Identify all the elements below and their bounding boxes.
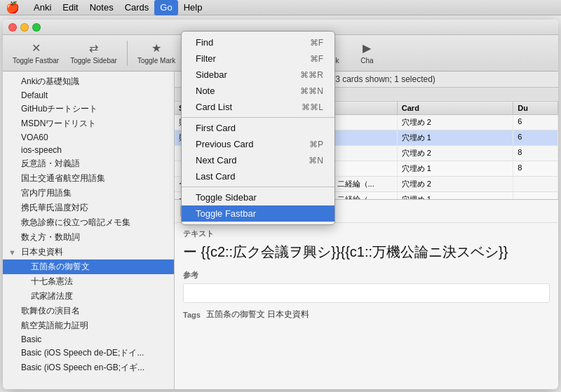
- toggle-fastbar-label: Toggle Fastbar: [13, 57, 59, 65]
- fullscreen-button[interactable]: [32, 23, 41, 32]
- tags-label: Tags: [183, 311, 201, 319]
- note-content: テキスト ー {{c2::広ク会議ヲ興シ}}{{c1::万機公論ニ決スベシ}} …: [175, 223, 558, 389]
- toggle-mark-button[interactable]: ★ Toggle Mark: [133, 38, 180, 69]
- go-menu-item-7[interactable]: Next Card⌘N: [182, 152, 334, 168]
- go-menu-item-0[interactable]: Find⌘F: [182, 34, 334, 50]
- sidebar-item-18[interactable]: Basic: [3, 333, 174, 346]
- td-due-5: [513, 192, 558, 200]
- note-text: ー {{c2::広ク会議ヲ興シ}}{{c1::万機公論ニ決スベシ}}: [183, 242, 550, 262]
- sidebar-item-icon-12: ▼: [8, 248, 18, 257]
- go-menu-item-label-0: Find: [196, 37, 213, 48]
- go-menu-item-label-2: Sidebar: [196, 69, 227, 80]
- toggle-fastbar-button[interactable]: ✕ Toggle Fastbar: [8, 38, 63, 69]
- go-menu-item-label-3: Note: [196, 86, 215, 96]
- go-menu-item-1[interactable]: Filter⌘F: [182, 50, 334, 67]
- go-menu-item-6[interactable]: Previous Card⌘P: [182, 136, 334, 152]
- go-menu-item-shortcut-2: ⌘⌘R: [300, 70, 323, 80]
- go-menu-item-shortcut-4: ⌘⌘L: [302, 102, 323, 112]
- close-button[interactable]: [8, 23, 17, 32]
- menu-help[interactable]: Help: [178, 0, 208, 15]
- sidebar-item-label-19: Basic (iOS Speech de-DE;ドイ...: [21, 347, 144, 359]
- toggle-mark-label: Toggle Mark: [137, 57, 175, 65]
- sidebar-item-label-9: 携氏華氏温度対応: [21, 202, 88, 214]
- go-menu-item-label-6: Previous Card: [196, 139, 253, 149]
- text-label: テキスト: [183, 229, 550, 239]
- star-icon: ★: [151, 41, 161, 55]
- menubar: 🍎 Anki Edit Notes Cards Go Help: [0, 0, 561, 15]
- td-due-1: 6: [513, 130, 558, 145]
- menu-go[interactable]: Go: [154, 0, 177, 15]
- sidebar-item-label-6: 反意語・対義語: [21, 158, 80, 170]
- go-menu-item-shortcut-1: ⌘F: [310, 54, 323, 64]
- menu-notes[interactable]: Notes: [84, 0, 119, 15]
- td-card-5: 穴埋め 1: [398, 192, 513, 200]
- menu-cards[interactable]: Cards: [119, 0, 155, 15]
- sidebar-item-label-16: 歌舞伎の演目名: [21, 305, 80, 317]
- sidebar-item-label-0: Ankiの基礎知識: [21, 76, 79, 88]
- play-icon: ▶: [363, 41, 371, 55]
- go-menu-item-label-1: Filter: [196, 53, 216, 64]
- sidebar-item-14[interactable]: 十七条憲法: [3, 274, 174, 289]
- sidebar: Ankiの基礎知識DefaultGitHubチートシートMSDNワードリストVO…: [3, 72, 175, 389]
- sidebar-item-1[interactable]: Default: [3, 89, 174, 102]
- sidebar-item-label-18: Basic: [21, 334, 41, 344]
- apple-menu[interactable]: 🍎: [6, 1, 20, 14]
- sidebar-item-11[interactable]: 数え方・数助詞: [3, 230, 174, 245]
- td-due-4: [513, 177, 558, 191]
- sidebar-item-12[interactable]: ▼日本史資料: [3, 245, 174, 259]
- sidebar-item-13[interactable]: 五箇条の御誓文: [3, 259, 174, 274]
- sidebar-item-15[interactable]: 武家諸法度: [3, 289, 174, 304]
- go-menu-item-2[interactable]: Sidebar⌘⌘R: [182, 67, 334, 83]
- sidebar-item-9[interactable]: 携氏華氏温度対応: [3, 201, 174, 215]
- card-header[interactable]: Card: [398, 102, 513, 114]
- sidebar-item-label-2: GitHubチートシート: [21, 103, 97, 115]
- menu-edit[interactable]: Edit: [57, 0, 83, 15]
- sidebar-item-2[interactable]: GitHubチートシート: [3, 102, 174, 116]
- go-menu-item-5[interactable]: First Card: [182, 120, 334, 136]
- sidebar-item-label-10: 救急診療に役立つ暗記メモ集: [21, 217, 130, 229]
- sidebar-item-6[interactable]: 反意語・対義語: [3, 156, 174, 171]
- sidebar-item-label-13: 五箇条の御誓文: [31, 261, 90, 273]
- sidebar-item-8[interactable]: 宮内庁用語集: [3, 186, 174, 201]
- sidebar-item-10[interactable]: 救急診療に役立つ暗記メモ集: [3, 215, 174, 230]
- minimize-button[interactable]: [20, 23, 29, 32]
- go-menu-item-label-7: Next Card: [196, 155, 237, 165]
- td-due-3: 8: [513, 161, 558, 176]
- go-menu-item-10[interactable]: Toggle Fastbar: [182, 205, 334, 222]
- go-menu: Find⌘FFilter⌘FSidebar⌘⌘RNote⌘⌘NCard List…: [181, 31, 335, 225]
- go-menu-item-label-4: Card List: [196, 102, 232, 112]
- td-due-0: 6: [513, 115, 558, 130]
- sidebar-item-20[interactable]: Basic (iOS Speech en-GB;イギ...: [3, 360, 174, 375]
- due-header[interactable]: Du: [513, 102, 558, 114]
- sidebar-item-16[interactable]: 歌舞伎の演目名: [3, 304, 174, 318]
- x-icon: ✕: [32, 41, 41, 55]
- toolbar-separator-1: [127, 41, 128, 66]
- go-menu-item-9[interactable]: Toggle Sidebar: [182, 189, 334, 205]
- sidebar-item-0[interactable]: Ankiの基礎知識: [3, 74, 174, 89]
- sidebar-item-4[interactable]: VOA60: [3, 131, 174, 144]
- go-menu-item-3[interactable]: Note⌘⌘N: [182, 83, 334, 99]
- td-card-4: 穴埋め 2: [398, 177, 513, 191]
- go-menu-item-4[interactable]: Card List⌘⌘L: [182, 99, 334, 115]
- sidebar-item-19[interactable]: Basic (iOS Speech de-DE;ドイ...: [3, 346, 174, 360]
- sidebar-item-3[interactable]: MSDNワードリスト: [3, 116, 174, 131]
- go-menu-item-shortcut-7: ⌘N: [309, 156, 323, 165]
- sidebar-item-label-4: VOA60: [21, 133, 48, 142]
- sidebar-item-17[interactable]: 航空英語能力証明: [3, 318, 174, 333]
- sidebar-item-label-20: Basic (iOS Speech en-GB;イギ...: [21, 362, 144, 374]
- menu-anki[interactable]: Anki: [28, 0, 57, 15]
- arrows-icon: ⇄: [89, 41, 98, 55]
- toggle-sidebar-button[interactable]: ⇄ Toggle Sidebar: [66, 38, 121, 69]
- sidebar-item-label-1: Default: [21, 90, 48, 100]
- td-card-0: 穴埋め 2: [398, 115, 513, 130]
- sidebar-item-7[interactable]: 国土交通省航空用語集: [3, 171, 174, 186]
- extra-label: Cha: [360, 57, 373, 65]
- sidebar-item-5[interactable]: ios-speech: [3, 144, 174, 156]
- sidebar-item-label-12: 日本史資料: [21, 246, 63, 258]
- go-menu-item-shortcut-0: ⌘F: [310, 38, 323, 48]
- go-menu-item-8[interactable]: Last Card: [182, 168, 334, 184]
- sidebar-item-label-11: 数え方・数助詞: [21, 231, 80, 243]
- extra-button[interactable]: ▶ Cha: [346, 38, 388, 69]
- td-due-2: 8: [513, 146, 558, 161]
- sidebar-item-label-7: 国土交通省航空用語集: [21, 173, 105, 184]
